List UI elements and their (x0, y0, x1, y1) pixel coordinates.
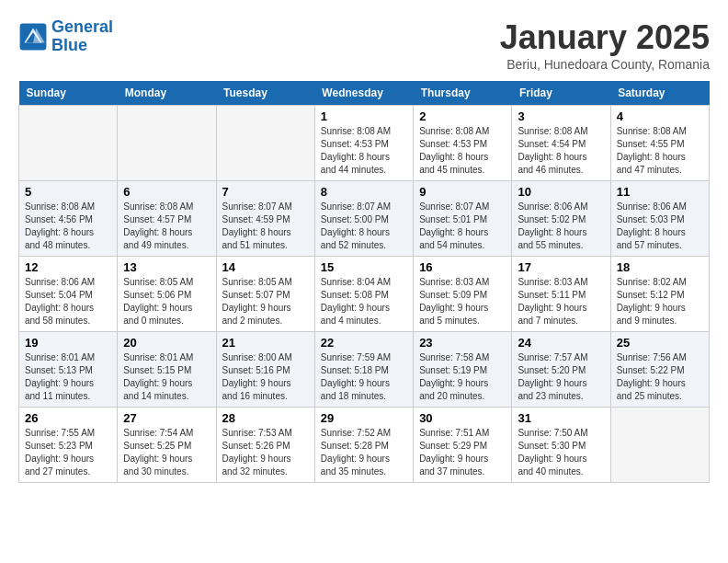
day-info: Sunrise: 7:56 AM Sunset: 5:22 PM Dayligh… (617, 351, 703, 403)
calendar-table: SundayMondayTuesdayWednesdayThursdayFrid… (18, 81, 710, 483)
calendar-cell (610, 408, 709, 483)
day-info: Sunrise: 7:58 AM Sunset: 5:19 PM Dayligh… (419, 351, 506, 403)
day-number: 6 (123, 185, 210, 199)
weekday-header-row: SundayMondayTuesdayWednesdayThursdayFrid… (19, 81, 710, 106)
calendar-week-5: 26Sunrise: 7:55 AM Sunset: 5:23 PM Dayli… (19, 408, 710, 483)
day-number: 14 (222, 260, 309, 274)
weekday-header-tuesday: Tuesday (216, 81, 314, 106)
calendar-cell: 8Sunrise: 8:07 AM Sunset: 5:00 PM Daylig… (314, 181, 413, 257)
weekday-header-monday: Monday (118, 81, 216, 106)
day-info: Sunrise: 8:08 AM Sunset: 4:53 PM Dayligh… (419, 125, 506, 177)
calendar-cell: 10Sunrise: 8:06 AM Sunset: 5:02 PM Dayli… (512, 181, 610, 257)
day-info: Sunrise: 8:08 AM Sunset: 4:55 PM Dayligh… (617, 125, 703, 177)
calendar-cell: 15Sunrise: 8:04 AM Sunset: 5:08 PM Dayli… (314, 257, 413, 332)
calendar-cell: 12Sunrise: 8:06 AM Sunset: 5:04 PM Dayli… (19, 257, 118, 332)
day-info: Sunrise: 7:50 AM Sunset: 5:30 PM Dayligh… (518, 427, 604, 478)
day-number: 10 (518, 185, 604, 199)
day-number: 8 (321, 185, 407, 199)
calendar-cell: 20Sunrise: 8:01 AM Sunset: 5:15 PM Dayli… (118, 332, 216, 408)
calendar-cell: 29Sunrise: 7:52 AM Sunset: 5:28 PM Dayli… (314, 408, 413, 483)
day-info: Sunrise: 7:55 AM Sunset: 5:23 PM Dayligh… (25, 427, 111, 478)
calendar-cell: 14Sunrise: 8:05 AM Sunset: 5:07 PM Dayli… (216, 257, 314, 332)
day-info: Sunrise: 8:08 AM Sunset: 4:56 PM Dayligh… (25, 201, 111, 252)
calendar-cell: 18Sunrise: 8:02 AM Sunset: 5:12 PM Dayli… (610, 257, 709, 332)
day-info: Sunrise: 8:04 AM Sunset: 5:08 PM Dayligh… (321, 276, 407, 327)
calendar-cell: 16Sunrise: 8:03 AM Sunset: 5:09 PM Dayli… (414, 257, 512, 332)
day-info: Sunrise: 8:06 AM Sunset: 5:02 PM Dayligh… (518, 201, 604, 252)
day-number: 4 (617, 109, 703, 123)
weekday-header-saturday: Saturday (610, 81, 709, 106)
calendar-cell: 27Sunrise: 7:54 AM Sunset: 5:25 PM Dayli… (118, 408, 216, 483)
day-number: 3 (518, 109, 604, 123)
day-info: Sunrise: 8:07 AM Sunset: 4:59 PM Dayligh… (222, 201, 309, 252)
weekday-header-thursday: Thursday (414, 81, 512, 106)
calendar-cell: 28Sunrise: 7:53 AM Sunset: 5:26 PM Dayli… (216, 408, 314, 483)
day-number: 16 (419, 260, 506, 274)
day-info: Sunrise: 7:51 AM Sunset: 5:29 PM Dayligh… (419, 427, 506, 478)
day-info: Sunrise: 8:07 AM Sunset: 5:01 PM Dayligh… (419, 201, 506, 252)
day-info: Sunrise: 8:07 AM Sunset: 5:00 PM Dayligh… (321, 201, 407, 252)
day-number: 22 (321, 336, 407, 350)
calendar-week-2: 5Sunrise: 8:08 AM Sunset: 4:56 PM Daylig… (19, 181, 710, 257)
day-info: Sunrise: 8:05 AM Sunset: 5:07 PM Dayligh… (222, 276, 309, 327)
day-info: Sunrise: 7:54 AM Sunset: 5:25 PM Dayligh… (123, 427, 210, 478)
calendar-cell (19, 106, 118, 181)
calendar-cell: 9Sunrise: 8:07 AM Sunset: 5:01 PM Daylig… (414, 181, 512, 257)
day-info: Sunrise: 7:53 AM Sunset: 5:26 PM Dayligh… (222, 427, 309, 478)
month-title: January 2025 (500, 18, 710, 57)
day-info: Sunrise: 8:06 AM Sunset: 5:03 PM Dayligh… (617, 201, 703, 252)
day-number: 5 (25, 185, 111, 199)
calendar-cell: 25Sunrise: 7:56 AM Sunset: 5:22 PM Dayli… (610, 332, 709, 408)
calendar-cell: 21Sunrise: 8:00 AM Sunset: 5:16 PM Dayli… (216, 332, 314, 408)
weekday-header-friday: Friday (512, 81, 610, 106)
day-info: Sunrise: 8:03 AM Sunset: 5:09 PM Dayligh… (419, 276, 506, 327)
day-number: 29 (321, 411, 407, 425)
day-info: Sunrise: 8:08 AM Sunset: 4:54 PM Dayligh… (518, 125, 604, 177)
day-number: 1 (321, 109, 407, 123)
weekday-header-wednesday: Wednesday (314, 81, 413, 106)
calendar-cell (216, 106, 314, 181)
day-number: 23 (419, 336, 506, 350)
calendar-cell: 26Sunrise: 7:55 AM Sunset: 5:23 PM Dayli… (19, 408, 118, 483)
day-info: Sunrise: 7:59 AM Sunset: 5:18 PM Dayligh… (321, 351, 407, 403)
day-info: Sunrise: 8:01 AM Sunset: 5:13 PM Dayligh… (25, 351, 111, 403)
day-number: 25 (617, 336, 703, 350)
calendar-cell: 3Sunrise: 8:08 AM Sunset: 4:54 PM Daylig… (512, 106, 610, 181)
day-number: 7 (222, 185, 309, 199)
day-number: 9 (419, 185, 506, 199)
day-info: Sunrise: 8:00 AM Sunset: 5:16 PM Dayligh… (222, 351, 309, 403)
weekday-header-sunday: Sunday (19, 81, 118, 106)
day-number: 30 (419, 411, 506, 425)
calendar-cell (118, 106, 216, 181)
day-info: Sunrise: 8:03 AM Sunset: 5:11 PM Dayligh… (518, 276, 604, 327)
location-subtitle: Beriu, Hunedoara County, Romania (500, 57, 710, 72)
calendar-cell: 11Sunrise: 8:06 AM Sunset: 5:03 PM Dayli… (610, 181, 709, 257)
calendar-cell: 1Sunrise: 8:08 AM Sunset: 4:53 PM Daylig… (314, 106, 413, 181)
day-number: 19 (25, 336, 111, 350)
day-number: 31 (518, 411, 604, 425)
calendar-week-1: 1Sunrise: 8:08 AM Sunset: 4:53 PM Daylig… (19, 106, 710, 181)
day-number: 2 (419, 109, 506, 123)
calendar-cell: 2Sunrise: 8:08 AM Sunset: 4:53 PM Daylig… (414, 106, 512, 181)
day-info: Sunrise: 8:01 AM Sunset: 5:15 PM Dayligh… (123, 351, 210, 403)
calendar-cell: 6Sunrise: 8:08 AM Sunset: 4:57 PM Daylig… (118, 181, 216, 257)
day-number: 28 (222, 411, 309, 425)
logo-icon (18, 22, 48, 52)
logo-text: General Blue (51, 18, 113, 55)
day-info: Sunrise: 8:02 AM Sunset: 5:12 PM Dayligh… (617, 276, 703, 327)
day-number: 18 (617, 260, 703, 274)
day-number: 12 (25, 260, 111, 274)
calendar-cell: 17Sunrise: 8:03 AM Sunset: 5:11 PM Dayli… (512, 257, 610, 332)
calendar-cell: 5Sunrise: 8:08 AM Sunset: 4:56 PM Daylig… (19, 181, 118, 257)
day-number: 20 (123, 336, 210, 350)
day-info: Sunrise: 8:06 AM Sunset: 5:04 PM Dayligh… (25, 276, 111, 327)
calendar-cell: 31Sunrise: 7:50 AM Sunset: 5:30 PM Dayli… (512, 408, 610, 483)
calendar-cell: 7Sunrise: 8:07 AM Sunset: 4:59 PM Daylig… (216, 181, 314, 257)
calendar-cell: 13Sunrise: 8:05 AM Sunset: 5:06 PM Dayli… (118, 257, 216, 332)
title-section: January 2025 Beriu, Hunedoara County, Ro… (500, 18, 710, 72)
calendar-cell: 19Sunrise: 8:01 AM Sunset: 5:13 PM Dayli… (19, 332, 118, 408)
day-info: Sunrise: 7:52 AM Sunset: 5:28 PM Dayligh… (321, 427, 407, 478)
day-number: 26 (25, 411, 111, 425)
logo-line2: Blue (51, 36, 87, 54)
calendar-cell: 30Sunrise: 7:51 AM Sunset: 5:29 PM Dayli… (414, 408, 512, 483)
